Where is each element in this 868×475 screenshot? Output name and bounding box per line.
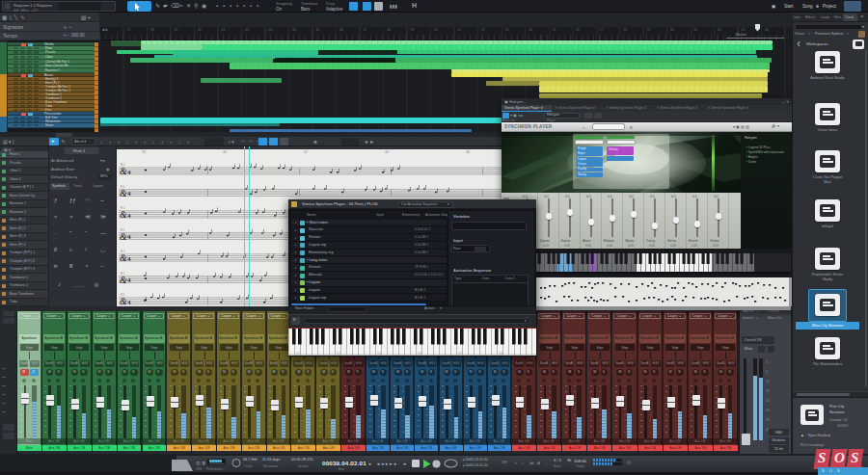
svg-text:&: &: [120, 252, 127, 263]
svg-text:&: &: [120, 275, 127, 285]
svg-text:&: &: [120, 188, 127, 198]
svg-text:Fl.1: Fl.1: [121, 272, 125, 276]
svg-text:Fl.1: Fl.1: [121, 206, 125, 210]
svg-text:&: &: [120, 231, 127, 242]
svg-text:&: &: [120, 166, 127, 176]
svg-text:C3: C3: [377, 352, 381, 356]
svg-text:4: 4: [127, 233, 131, 241]
svg-text:C6: C6: [499, 352, 502, 356]
svg-text:4: 4: [127, 299, 131, 306]
svg-text:C2: C2: [337, 352, 340, 356]
svg-text:C1: C1: [296, 352, 300, 356]
svg-text:Fl.1: Fl.1: [121, 163, 125, 167]
svg-text:Fl.1: Fl.1: [121, 293, 125, 297]
svg-text:C4: C4: [418, 352, 421, 356]
svg-text:4: 4: [127, 255, 131, 263]
svg-text:Fl.1: Fl.1: [121, 250, 125, 253]
svg-text:4: 4: [127, 169, 131, 176]
svg-text:Fl.1: Fl.1: [121, 228, 125, 232]
svg-text:Fl.1: Fl.1: [121, 185, 125, 189]
svg-text:4: 4: [127, 277, 131, 284]
svg-text:&: &: [120, 209, 127, 220]
svg-text:4: 4: [127, 212, 131, 220]
svg-text:&: &: [120, 296, 127, 306]
svg-text:4: 4: [127, 190, 131, 198]
svg-text:C5: C5: [458, 352, 462, 356]
